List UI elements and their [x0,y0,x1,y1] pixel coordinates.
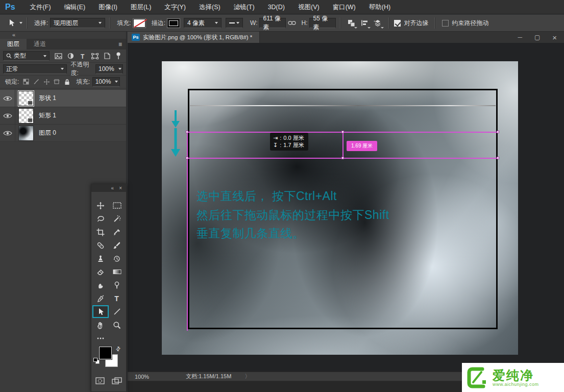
stroke-width-dropdown[interactable]: 4 像素 [184,18,222,28]
eraser-tool[interactable] [92,265,109,278]
layer-row-layer0[interactable]: 图层 0 [0,125,126,142]
layer-thumbnail[interactable] [18,126,34,141]
dock-collapse-button[interactable]: « [0,32,126,39]
path-selection-tool[interactable] [92,305,109,318]
lasso-tool[interactable] [92,212,109,225]
marquee-tool[interactable] [109,199,125,212]
document-size-info[interactable]: 文档:1.15M/1.15M [186,373,231,380]
visibility-toggle[interactable] [0,125,15,142]
menu-type[interactable]: 文字(Y) [158,0,192,14]
lock-all-button[interactable] [62,76,72,88]
swap-colors-icon[interactable]: ⇄ [114,345,122,353]
align-edges-checkbox[interactable] [394,20,401,27]
menu-file[interactable]: 文件(F) [23,0,58,14]
layer-thumbnail[interactable] [18,108,34,124]
layer-name[interactable]: 图层 0 [39,129,56,137]
gradient-tool[interactable] [109,265,125,278]
screen-mode-icon[interactable] [112,377,122,384]
menu-window[interactable]: 窗口(W) [326,0,362,14]
path-anchor[interactable] [497,157,499,159]
menu-edit[interactable]: 编辑(E) [58,0,92,14]
clone-stamp-tool[interactable] [92,252,109,265]
height-input[interactable]: 55 像素 [309,18,336,28]
link-dimensions-icon[interactable] [288,20,296,26]
close-button[interactable]: × [552,33,557,42]
foreground-color-swatch[interactable] [99,347,112,359]
lock-artboard-button[interactable] [52,76,62,88]
lock-transparency-button[interactable] [21,76,31,88]
fill-opacity-dropdown[interactable]: 100% [92,77,120,87]
layer-thumbnail[interactable] [18,91,34,106]
layer-name[interactable]: 形状 1 [39,94,56,103]
maximize-button[interactable]: ▢ [534,34,540,41]
path-anchor[interactable] [341,157,344,159]
filter-adjustment-layers-button[interactable] [65,50,76,62]
zoom-tool[interactable] [109,318,125,331]
minimize-button[interactable]: ─ [518,34,522,41]
filter-smart-objects-button[interactable] [102,50,113,62]
menu-help[interactable]: 帮助(H) [362,0,397,14]
pen-tool[interactable] [92,292,109,305]
edit-toolbar-button[interactable] [92,332,109,345]
filter-type-layers-button[interactable]: T [77,50,88,62]
smudge-tool[interactable] [92,279,109,291]
toolbox-close-button[interactable]: × [119,185,122,191]
path-arrangement-button[interactable]: + [371,17,384,29]
quick-mask-icon[interactable] [95,377,105,384]
filter-pixel-layers-button[interactable] [53,50,64,62]
brush-tool[interactable] [109,239,125,252]
history-brush-tool[interactable] [109,252,125,265]
magenta-path-center-segment[interactable] [342,132,344,159]
path-alignment-button[interactable] [358,17,371,29]
hand-tool[interactable] [92,318,109,331]
panel-menu-icon[interactable]: ≡ [118,41,122,48]
lock-position-button[interactable] [41,76,52,88]
constrain-path-checkbox[interactable] [442,20,449,27]
path-anchor[interactable] [186,157,188,159]
opacity-dropdown[interactable]: 100% [95,64,123,74]
filter-shape-layers-button[interactable] [89,50,101,62]
menu-image[interactable]: 图像(I) [92,0,124,14]
document-tab[interactable]: Ps 实验图片.png @ 100% (形状 1, RGB/8#) * [128,32,260,43]
zoom-level-field[interactable]: 100% [135,374,149,380]
width-input[interactable]: 611 像素 [259,18,286,28]
path-anchor[interactable] [341,131,344,133]
eyedropper-tool[interactable] [109,226,125,238]
path-anchor[interactable] [497,131,499,133]
menu-3d[interactable]: 3D(D) [261,0,291,14]
blend-mode-dropdown[interactable]: 正常 [3,64,67,74]
layer-row-shape1[interactable]: 形状 1 [0,90,126,107]
quick-selection-tool[interactable] [109,212,125,225]
crop-tool[interactable] [92,226,109,238]
tab-channels[interactable]: 通道 [27,39,53,50]
visibility-toggle[interactable] [0,90,15,107]
gray-line-shape[interactable] [190,105,496,106]
dodge-tool[interactable] [109,279,125,291]
filter-toggle-button[interactable] [114,50,123,62]
filter-type-dropdown[interactable]: 类型 [3,51,50,61]
healing-brush-tool[interactable] [92,239,109,252]
stroke-type-dropdown[interactable] [226,18,243,28]
select-mode-dropdown[interactable]: 现用图层 [50,18,105,28]
visibility-toggle[interactable] [0,107,15,125]
tab-layers[interactable]: 图层 [0,39,27,50]
magenta-path-left-edge[interactable] [187,132,188,331]
layer-row-rect1[interactable]: 矩形 1 [0,107,126,125]
lock-pixels-button[interactable] [31,76,41,88]
fill-swatch[interactable] [133,19,145,28]
tool-preset[interactable] [8,19,22,27]
stroke-swatch[interactable] [167,19,180,28]
menu-select[interactable]: 选择(S) [192,0,227,14]
move-tool[interactable] [92,199,109,212]
line-tool[interactable] [109,305,125,318]
path-operations-button[interactable] [345,17,358,29]
layer-name[interactable]: 矩形 1 [39,111,56,120]
menu-view[interactable]: 视图(V) [291,0,326,14]
status-chevron[interactable]: 〉 [244,373,250,380]
menu-filter[interactable]: 滤镜(T) [227,0,261,14]
path-anchor[interactable] [186,131,188,133]
menu-layer[interactable]: 图层(L) [124,0,158,14]
type-tool[interactable]: T [109,292,125,305]
canvas-image[interactable]: ⇥:0.0 厘米 ↧:1.7 厘米 1.69 厘米 选中直线后， 按下Ctrl+… [162,61,518,355]
canvas-viewport[interactable]: ⇥:0.0 厘米 ↧:1.7 厘米 1.69 厘米 选中直线后， 按下Ctrl+… [128,43,564,372]
